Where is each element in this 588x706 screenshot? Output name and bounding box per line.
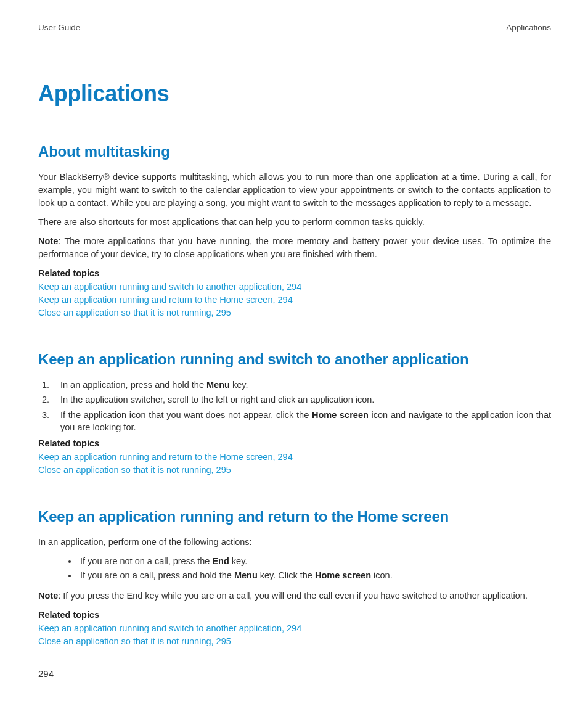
b2-bold-menu: Menu <box>234 570 258 580</box>
switch-steps: In an application, press and hold the Me… <box>52 379 551 433</box>
about-paragraph-1: Your BlackBerry® device supports multita… <box>38 171 551 210</box>
section-switch-application: Keep an application running and switch t… <box>38 349 551 477</box>
section-heading-switch: Keep an application running and switch t… <box>38 349 551 370</box>
section-return-home: Keep an application running and return t… <box>38 506 551 648</box>
section-heading-home: Keep an application running and return t… <box>38 506 551 527</box>
step3-bold: Home screen <box>312 410 369 420</box>
home-bullets: If you are not on a call, press the End … <box>78 555 551 582</box>
note-text: : If you press the End key while you are… <box>58 591 528 601</box>
related-link-home[interactable]: Keep an application running and return t… <box>38 451 551 464</box>
page-number: 294 <box>38 667 54 680</box>
b1-bold: End <box>212 556 229 566</box>
related-topics-heading: Related topics <box>38 267 551 279</box>
related-topics-heading: Related topics <box>38 437 551 449</box>
step1-text-c: key. <box>230 380 248 390</box>
related-link-close[interactable]: Close an application so that it is not r… <box>38 306 551 319</box>
note-label: Note <box>38 591 58 601</box>
related-link-switch[interactable]: Keep an application running and switch t… <box>38 622 551 635</box>
home-note: Note: If you press the End key while you… <box>38 589 551 602</box>
step1-text-a: In an application, press and hold the <box>60 380 206 390</box>
page-header: User Guide Applications <box>38 22 551 34</box>
switch-step-1: In an application, press and hold the Me… <box>52 379 551 391</box>
about-note: Note: The more applications that you hav… <box>38 235 551 261</box>
about-paragraph-2: There are also shortcuts for most applic… <box>38 216 551 229</box>
note-label: Note <box>38 236 58 246</box>
related-link-close[interactable]: Close an application so that it is not r… <box>38 635 551 648</box>
switch-step-3: If the application icon that you want do… <box>52 409 551 434</box>
related-link-home[interactable]: Keep an application running and return t… <box>38 293 551 306</box>
b2-text-a: If you are on a call, press and hold the <box>80 570 234 580</box>
page-title: Applications <box>38 78 551 109</box>
b1-text-c: key. <box>229 556 248 566</box>
section-heading-about: About multitasking <box>38 141 551 162</box>
header-left: User Guide <box>38 22 80 34</box>
b2-text-c: key. Click the <box>258 570 315 580</box>
b2-bold-home: Home screen <box>315 570 371 580</box>
step3-text-a: If the application icon that you want do… <box>60 410 312 420</box>
related-link-switch[interactable]: Keep an application running and switch t… <box>38 281 551 293</box>
step1-bold: Menu <box>206 380 230 390</box>
b1-text-a: If you are not on a call, press the <box>80 556 212 566</box>
related-link-close[interactable]: Close an application so that it is not r… <box>38 464 551 477</box>
switch-step-2: In the application switcher, scroll to t… <box>52 393 551 406</box>
home-intro: In an application, perform one of the fo… <box>38 536 551 549</box>
home-bullet-1: If you are not on a call, press the End … <box>78 555 551 567</box>
b2-text-e: icon. <box>371 570 393 580</box>
related-topics-heading: Related topics <box>38 609 551 621</box>
header-right: Applications <box>506 22 551 34</box>
section-about-multitasking: About multitasking Your BlackBerry® devi… <box>38 141 551 319</box>
note-text: : The more applications that you have ru… <box>38 236 551 259</box>
home-bullet-2: If you are on a call, press and hold the… <box>78 569 551 581</box>
